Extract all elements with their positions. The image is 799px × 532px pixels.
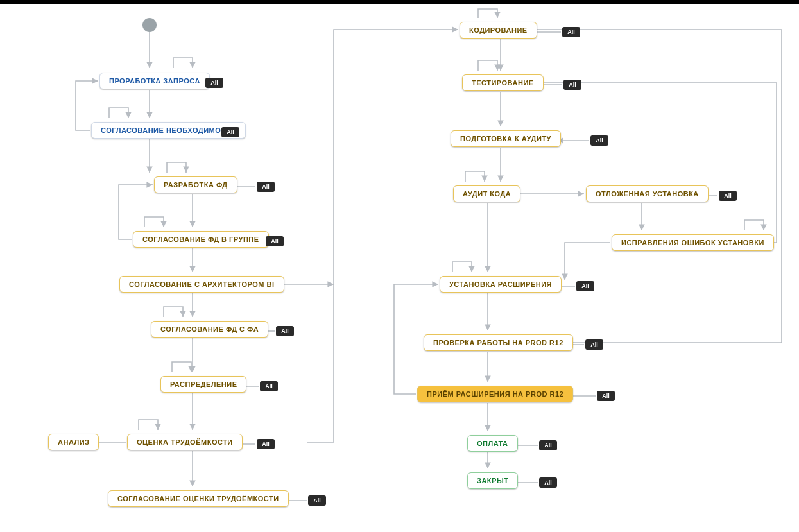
all-badge[interactable]: All xyxy=(276,326,294,336)
node-label: АНАЛИЗ xyxy=(58,438,89,446)
node-label: СОГЛАСОВАНИЕ ОЦЕНКИ ТРУДОЁМКОСТИ xyxy=(117,495,279,502)
node-soglasovanie-fd-s-fa[interactable]: СОГЛАСОВАНИЕ ФД С ФА xyxy=(151,321,268,338)
node-label: ИСПРАВЛЕНИЯ ОШИБОК УСТАНОВКИ xyxy=(621,239,764,246)
all-badge[interactable]: All xyxy=(257,182,275,192)
node-label: СОГЛАСОВАНИЕ С АРХИТЕКТОРОМ BI xyxy=(129,280,275,288)
node-kodirovanie[interactable]: КОДИРОВАНИЕ xyxy=(460,22,537,39)
node-label: ПРИЁМ РАСШИРЕНИЯ НА PROD R12 xyxy=(427,390,563,398)
node-label: ПРОРАБОТКА ЗАПРОСА xyxy=(109,77,200,85)
all-badge[interactable]: All xyxy=(539,440,557,450)
node-zakryt[interactable]: ЗАКРЫТ xyxy=(467,472,518,489)
node-oplata[interactable]: ОПЛАТА xyxy=(467,435,518,452)
node-audit-koda[interactable]: АУДИТ КОДА xyxy=(453,185,520,202)
start-node xyxy=(142,18,157,32)
all-badge[interactable]: All xyxy=(719,191,737,201)
node-soglasovanie-otsenki-trudoemkosti[interactable]: СОГЛАСОВАНИЕ ОЦЕНКИ ТРУДОЁМКОСТИ xyxy=(108,490,289,507)
node-label: СОГЛАСОВАНИЕ ФД В ГРУППЕ xyxy=(142,236,259,243)
node-label: ОПЛАТА xyxy=(477,440,508,447)
all-badge[interactable]: All xyxy=(585,339,603,350)
node-label: РАСПРЕДЕЛЕНИЕ xyxy=(170,381,237,388)
node-ustanovka-rasshireniya[interactable]: УСТАНОВКА РАСШИРЕНИЯ xyxy=(440,276,562,293)
node-label: ПОДГОТОВКА К АУДИТУ xyxy=(460,135,551,142)
node-analiz[interactable]: АНАЛИЗ xyxy=(48,434,99,450)
all-badge[interactable]: All xyxy=(590,135,608,146)
node-label: СОГЛАСОВАНИЕ НЕОБХОДИМОСТИ xyxy=(101,126,236,134)
node-label: СОГЛАСОВАНИЕ ФД С ФА xyxy=(160,325,259,333)
node-razrabotka-fd[interactable]: РАЗРАБОТКА ФД xyxy=(154,176,237,193)
node-label: ОЦЕНКА ТРУДОЁМКОСТИ xyxy=(137,438,233,446)
node-label: ОТЛОЖЕННАЯ УСТАНОВКА xyxy=(596,190,699,198)
node-label: АУДИТ КОДА xyxy=(463,190,511,198)
node-raspredelenie[interactable]: РАСПРЕДЕЛЕНИЕ xyxy=(160,376,246,393)
all-badge[interactable]: All xyxy=(576,281,594,291)
node-soglasovanie-fd-v-gruppe[interactable]: СОГЛАСОВАНИЕ ФД В ГРУППЕ xyxy=(133,231,269,248)
node-label: КОДИРОВАНИЕ xyxy=(469,26,528,34)
all-badge[interactable]: All xyxy=(260,381,278,391)
workflow-diagram: ПРОРАБОТКА ЗАПРОСА СОГЛАСОВАНИЕ НЕОБХОДИ… xyxy=(0,0,799,532)
all-badge[interactable]: All xyxy=(257,439,275,449)
node-label: ПРОВЕРКА РАБОТЫ НА PROD R12 xyxy=(433,339,563,347)
all-badge[interactable]: All xyxy=(539,477,557,488)
node-ispravleniya-oshibok-ustanovki[interactable]: ИСПРАВЛЕНИЯ ОШИБОК УСТАНОВКИ xyxy=(612,234,774,251)
all-badge[interactable]: All xyxy=(563,80,581,90)
all-badge[interactable]: All xyxy=(221,127,239,137)
node-label: УСТАНОВКА РАСШИРЕНИЯ xyxy=(449,280,552,288)
node-label: ЗАКРЫТ xyxy=(477,477,508,485)
node-testirovanie[interactable]: ТЕСТИРОВАНИЕ xyxy=(462,74,544,91)
all-badge[interactable]: All xyxy=(597,391,615,401)
node-prorabotka-zaprosa[interactable]: ПРОРАБОТКА ЗАПРОСА xyxy=(99,73,210,89)
node-otsenka-trudoemkosti[interactable]: ОЦЕНКА ТРУДОЁМКОСТИ xyxy=(127,434,243,450)
node-soglasovanie-s-arkhitektorom-bi[interactable]: СОГЛАСОВАНИЕ С АРХИТЕКТОРОМ BI xyxy=(119,276,284,293)
node-podgotovka-k-auditu[interactable]: ПОДГОТОВКА К АУДИТУ xyxy=(451,130,561,147)
all-badge[interactable]: All xyxy=(266,236,284,246)
all-badge[interactable]: All xyxy=(205,78,223,88)
node-label: ТЕСТИРОВАНИЕ xyxy=(472,79,534,87)
all-badge[interactable]: All xyxy=(562,27,580,37)
node-label: РАЗРАБОТКА ФД xyxy=(164,181,228,189)
all-badge[interactable]: All xyxy=(308,495,326,506)
node-proverka-raboty-na-prod-r12[interactable]: ПРОВЕРКА РАБОТЫ НА PROD R12 xyxy=(424,334,573,351)
node-otlozhennaya-ustanovka[interactable]: ОТЛОЖЕННАЯ УСТАНОВКА xyxy=(586,185,709,202)
node-priem-rasshireniya-na-prod-r12[interactable]: ПРИЁМ РАСШИРЕНИЯ НА PROD R12 xyxy=(417,386,573,402)
